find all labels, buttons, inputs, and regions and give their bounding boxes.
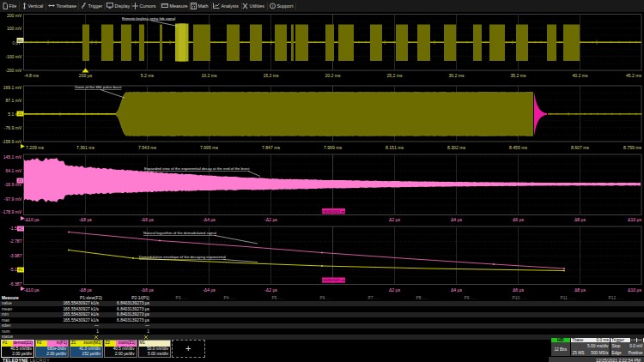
svg-text:64.1 mV: 64.1 mV <box>6 168 23 173</box>
svg-text:-76.9 mV: -76.9 mV <box>4 125 22 130</box>
svg-text:8.60312021 ms: 8.60312021 ms <box>321 209 346 214</box>
svg-text:7.239 ms: 7.239 ms <box>26 145 44 150</box>
svg-text:-178.9 mV: -178.9 mV <box>2 209 22 214</box>
svg-text:-97.9 mV: -97.9 mV <box>4 196 22 202</box>
svg-text:Z1: Z1 <box>18 112 23 116</box>
svg-text:Δ10 µs: Δ10 µs <box>628 287 641 293</box>
svg-text:F1: F1 <box>19 268 24 272</box>
svg-text:35.2 ms: 35.2 ms <box>510 73 526 78</box>
svg-text:87.1 mV: 87.1 mV <box>6 98 23 103</box>
svg-text:15.2 ms: 15.2 ms <box>263 73 279 78</box>
svg-text:Expanded view of the exponenti: Expanded view of the exponential decay a… <box>144 166 250 171</box>
svg-text:-100 mV: -100 mV <box>5 54 22 59</box>
svg-text:145.1 mV: 145.1 mV <box>3 154 22 160</box>
svg-text:Δ2 µs: Δ2 µs <box>389 287 401 293</box>
svg-text:-Δ6 µs: -Δ6 µs <box>141 287 154 293</box>
svg-text:5.2 ms: 5.2 ms <box>141 73 155 78</box>
svg-text:7.695 ms: 7.695 ms <box>200 145 218 150</box>
svg-text:Δ10 µs: Δ10 µs <box>628 217 641 222</box>
svg-text:8.60312021 ms: 8.60312021 ms <box>321 278 346 282</box>
svg-text:-Δ2 µs: -Δ2 µs <box>264 287 277 293</box>
svg-text:-4.8 ms: -4.8 ms <box>24 73 39 78</box>
svg-text:169.1 mV: 169.1 mV <box>3 85 22 90</box>
svg-text:45.2 ms: 45.2 ms <box>626 73 642 78</box>
svg-text:M1: M1 <box>18 39 23 43</box>
svg-text:-Δ6 µs: -Δ6 µs <box>141 217 154 222</box>
svg-text:Zoom of the fifth pulse burst: Zoom of the fifth pulse burst <box>75 85 122 89</box>
svg-text:7.999 ms: 7.999 ms <box>324 145 342 150</box>
svg-text:Δ4 µs: Δ4 µs <box>451 217 463 222</box>
svg-text:-Δ8 µs: -Δ8 µs <box>79 217 92 222</box>
svg-text:-Δ4 µs: -Δ4 µs <box>203 287 216 293</box>
svg-text:100 mV: 100 mV <box>7 26 22 31</box>
svg-text:-Δ10 µs: -Δ10 µs <box>24 287 39 293</box>
svg-text:25.2 ms: 25.2 ms <box>386 73 403 78</box>
svg-text:-Δ2 µs: -Δ2 µs <box>264 217 277 222</box>
svg-text:30.2 ms: 30.2 ms <box>448 73 465 78</box>
svg-text:8.151 ms: 8.151 ms <box>386 145 404 150</box>
svg-text:-Δ8 µs: -Δ8 µs <box>79 287 92 293</box>
svg-text:Natural logarithm of the demod: Natural logarithm of the demodulated sig… <box>143 231 216 235</box>
svg-text:Remote keyless entry fob signa: Remote keyless entry fob signal <box>122 16 175 21</box>
svg-text:Demodulation envelope of the d: Demodulation envelope of the decaying ex… <box>139 255 226 259</box>
svg-text:Δ8 µs: Δ8 µs <box>574 217 586 222</box>
svg-text:Δ2 µs: Δ2 µs <box>389 217 401 222</box>
svg-text:7.847 ms: 7.847 ms <box>262 145 280 150</box>
svg-text:10.2 ms: 10.2 ms <box>201 73 217 78</box>
svg-text:7.543 ms: 7.543 ms <box>138 145 156 150</box>
svg-text:F2: F2 <box>19 226 24 231</box>
svg-text:Δ6 µs: Δ6 µs <box>513 287 525 293</box>
svg-text:Δ8 µs: Δ8 µs <box>574 287 586 293</box>
svg-text:7.391 ms: 7.391 ms <box>76 145 94 150</box>
svg-text:Z2: Z2 <box>18 178 23 183</box>
svg-text:40.2 ms: 40.2 ms <box>572 73 588 78</box>
svg-text:200 µs: 200 µs <box>79 73 93 78</box>
svg-text:20.2 ms: 20.2 ms <box>325 73 341 78</box>
svg-text:8.759 ms: 8.759 ms <box>623 145 641 150</box>
svg-text:-158.9 mV: -158.9 mV <box>2 139 22 144</box>
svg-text:Δ4 µs: Δ4 µs <box>451 287 463 293</box>
svg-text:-200 mV: -200 mV <box>5 68 22 73</box>
svg-text:-Δ10 µs: -Δ10 µs <box>24 217 39 222</box>
svg-text:-6.387: -6.387 <box>9 281 22 287</box>
svg-text:200 mV: 200 mV <box>7 13 22 18</box>
svg-text:8.455 ms: 8.455 ms <box>509 145 527 150</box>
svg-text:i: i <box>272 3 273 9</box>
svg-text:8.302 ms: 8.302 ms <box>447 145 465 150</box>
svg-text:Δ6 µs: Δ6 µs <box>513 217 525 222</box>
svg-text:-2.787: -2.787 <box>9 238 22 244</box>
svg-text:8.607 ms: 8.607 ms <box>571 145 589 150</box>
svg-text:-3.987: -3.987 <box>9 253 22 258</box>
svg-text:-Δ4 µs: -Δ4 µs <box>203 217 216 222</box>
